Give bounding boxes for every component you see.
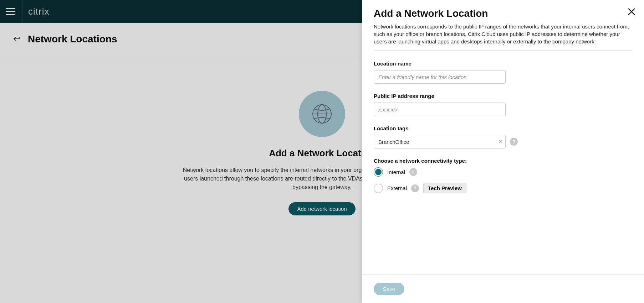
clear-tag-icon[interactable]: × [499,139,502,145]
location-tags-label: Location tags [374,125,633,131]
location-tags-field: Location tags × ? [374,125,633,148]
panel-title: Add a Network Location [374,8,633,19]
connectivity-type-label: Choose a network connectivity type: [374,158,633,164]
panel-description: Network locations corresponds to the pub… [374,23,633,45]
location-tags-input[interactable] [374,135,506,148]
radio-internal[interactable]: Internal ? [374,167,633,177]
close-icon[interactable] [628,8,635,17]
radio-external-label: External [387,185,407,191]
tech-preview-badge: Tech Preview [423,183,466,193]
help-icon[interactable]: ? [510,138,518,146]
location-name-label: Location name [374,61,633,67]
radio-external-control[interactable] [374,184,383,193]
panel-footer: Save [362,275,644,303]
ip-range-field: Public IP address range [374,93,633,116]
add-network-location-panel: Add a Network Location Network locations… [362,0,644,303]
radio-internal-label: Internal [387,169,405,175]
radio-internal-control[interactable] [374,167,383,177]
save-button[interactable]: Save [374,283,404,295]
help-icon[interactable]: ? [409,168,417,176]
ip-range-label: Public IP address range [374,93,633,99]
ip-range-input[interactable] [374,103,506,116]
radio-external[interactable]: External ? Tech Preview [374,183,633,193]
connectivity-type-field: Choose a network connectivity type: Inte… [374,158,633,193]
location-name-input[interactable] [374,70,506,84]
location-name-field: Location name [374,61,633,84]
help-icon[interactable]: ? [411,184,419,192]
